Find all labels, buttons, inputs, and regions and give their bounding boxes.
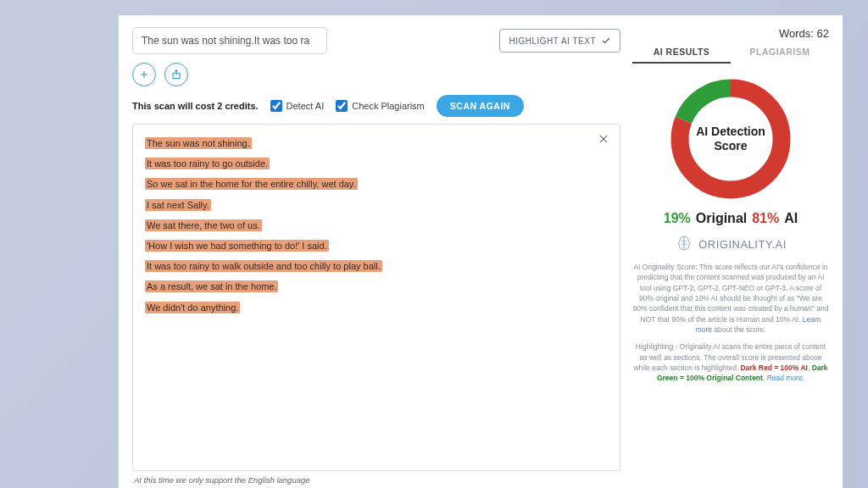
original-percent: 19% (664, 211, 691, 226)
highlighted-text: We didn't do anything. (145, 302, 240, 313)
highlighted-text: 'How I wish we had something to do!' I s… (145, 240, 329, 252)
desc2-red: Dark Red = 100% AI (741, 363, 808, 372)
desc1-after: about the score. (714, 325, 765, 334)
detect-ai-input[interactable] (270, 100, 282, 112)
highlighted-text: I sat next Sally. (145, 199, 211, 211)
score-row: 19% Original 81% AI (664, 211, 798, 226)
plus-icon (138, 69, 150, 80)
credits-text: This scan will cost 2 credits. (132, 101, 259, 111)
check-plagiarism-label: Check Plagiarism (352, 101, 425, 111)
donut-center-label: AI Detection Score (667, 75, 794, 202)
donut-title-1: AI Detection (696, 125, 765, 139)
highlight-ai-text-button[interactable]: HIGHLIGHT AI TEXT (499, 29, 620, 53)
highlighted-text: We sat there, the two of us. (145, 219, 262, 231)
title-input[interactable] (132, 27, 327, 54)
desc1-text: AI Originality Score: This score reflect… (633, 263, 829, 324)
tab-plagiarism[interactable]: PLAGIARISM (731, 47, 829, 64)
check-icon (601, 36, 611, 46)
editor-line: It was too rainy to go outside. (145, 153, 608, 174)
language-footnote: At this time we only support the English… (132, 471, 620, 488)
original-label: Original (696, 211, 747, 226)
check-plagiarism-input[interactable] (336, 100, 348, 112)
highlight-explanation: Highlighting - Originality.AI scans the … (632, 341, 829, 383)
results-panel: Words: 62 AI RESULTS PLAGIARISM AI Detec… (632, 27, 829, 488)
ai-detection-donut: AI Detection Score (667, 75, 794, 202)
editor-line: 'How I wish we had something to do!' I s… (145, 236, 608, 256)
icon-row (132, 63, 620, 86)
highlighted-text: So we sat in the home for the entire chi… (145, 178, 358, 190)
tab-ai-results[interactable]: AI RESULTS (632, 47, 731, 64)
brand-name: ORIGINALITY.AI (698, 238, 787, 251)
editor-close-button[interactable] (596, 131, 611, 147)
highlighted-text: The sun was not shining. (145, 137, 252, 149)
brand-logo: ORIGINALITY.AI (675, 235, 787, 253)
export-button[interactable] (164, 63, 188, 86)
donut-title-2: Score (715, 139, 748, 153)
editor-line: We didn't do anything. (145, 297, 608, 318)
highlighted-text: It was too rainy to go outside. (145, 158, 270, 169)
close-icon (598, 133, 609, 145)
read-more-link[interactable]: Read more. (767, 374, 804, 382)
check-plagiarism-checkbox[interactable]: Check Plagiarism (336, 100, 425, 112)
editor-line: It was too rainy to walk outside and too… (145, 256, 608, 276)
editor-line: So we sat in the home for the entire chi… (145, 174, 608, 194)
words-label: Words: (779, 27, 814, 40)
options-row: This scan will cost 2 credits. Detect AI… (132, 95, 620, 117)
detect-ai-label: Detect AI (287, 101, 325, 111)
highlighted-text: It was too rainy to walk outside and too… (145, 260, 382, 272)
ai-label: AI (784, 211, 798, 226)
app-container: HIGHLIGHT AI TEXT This scan will cost 2 … (119, 15, 843, 488)
detect-ai-checkbox[interactable]: Detect AI (270, 100, 325, 112)
top-row: HIGHLIGHT AI TEXT (132, 27, 620, 54)
words-value: 62 (817, 27, 829, 40)
editor-line: The sun was not shining. (145, 133, 608, 153)
brain-icon (675, 235, 693, 253)
highlight-button-label: HIGHLIGHT AI TEXT (509, 36, 596, 46)
result-tabs: AI RESULTS PLAGIARISM (632, 47, 829, 64)
add-button[interactable] (132, 63, 156, 86)
highlighted-text: As a result, we sat in the home. (145, 280, 278, 292)
editor-area[interactable]: The sun was not shining. It was too rain… (132, 124, 620, 471)
editor-line: I sat next Sally. (145, 195, 608, 215)
score-explanation: AI Originality Score: This score reflect… (632, 262, 829, 335)
share-icon (170, 69, 182, 80)
scan-again-button[interactable]: SCAN AGAIN (437, 95, 524, 117)
ai-percent: 81% (752, 211, 779, 226)
editor-line: As a result, we sat in the home. (145, 276, 608, 297)
word-count: Words: 62 (779, 27, 829, 40)
left-panel: HIGHLIGHT AI TEXT This scan will cost 2 … (132, 27, 620, 488)
editor-line: We sat there, the two of us. (145, 215, 608, 236)
